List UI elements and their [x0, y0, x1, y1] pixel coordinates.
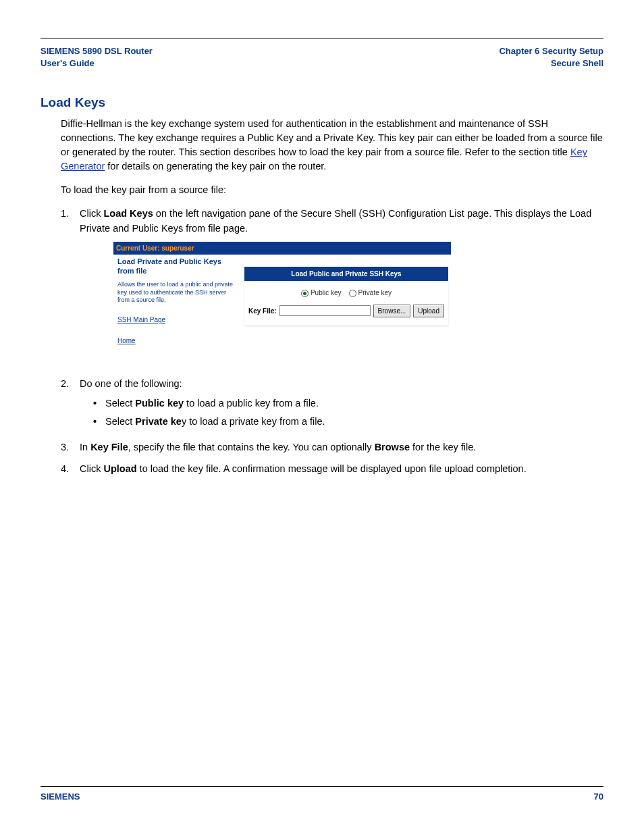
key-file-row: Key File: Browse... Upload	[248, 305, 444, 317]
text: , specify the file that contains the key…	[128, 442, 375, 452]
page-number: 70	[594, 791, 603, 802]
footer-brand: SIEMENS	[41, 791, 80, 802]
browse-button[interactable]: Browse...	[373, 305, 411, 317]
bullet-icon: •	[93, 414, 105, 429]
intro-text-b: for details on generating the key pair o…	[105, 161, 326, 172]
step-3: 3. In Key File, specify the file that co…	[61, 440, 603, 455]
step-number: 3.	[61, 440, 80, 455]
public-key-radio[interactable]	[301, 290, 308, 297]
step-4: 4. Click Upload to load the key file. A …	[61, 462, 603, 477]
doc-subtitle: User's Guide	[41, 57, 153, 70]
step-body: Do one of the following: • Select Public…	[80, 377, 603, 434]
bold-text: Upload	[103, 463, 136, 474]
bullet-item: • Select Public key to load a public key…	[93, 396, 603, 411]
header-left: SIEMENS 5890 DSL Router User's Guide	[41, 45, 153, 70]
bold-text: Load Keys	[103, 208, 153, 219]
private-key-radio[interactable]	[349, 290, 356, 297]
step-body: Click Upload to load the key file. A con…	[80, 462, 603, 477]
ssh-main-page-link[interactable]: SSH Main Page	[117, 315, 238, 325]
embedded-screenshot: Current User: superuser Load Private and…	[113, 242, 451, 361]
text: Click	[80, 463, 103, 474]
panel-heading: Load Public and Private SSH Keys	[244, 267, 448, 281]
home-link[interactable]: Home	[117, 336, 238, 346]
footer-rule	[41, 786, 603, 787]
text: y to load a private key from a file.	[182, 416, 325, 427]
chapter-title: Chapter 6 Security Setup	[499, 45, 603, 57]
step-number: 2.	[61, 377, 80, 434]
text: for the key file.	[410, 442, 476, 452]
panel-body: Public key Private key Key File: Browse.…	[244, 281, 448, 325]
upload-button[interactable]: Upload	[413, 305, 444, 317]
doc-title: SIEMENS 5890 DSL Router	[41, 45, 153, 57]
text: Do one of the following:	[80, 378, 182, 389]
intro-lead-in: To load the key pair from a source file:	[61, 183, 603, 197]
step-1: 1. Click Load Keys on the left navigatio…	[61, 207, 603, 370]
step-number: 1.	[61, 207, 80, 370]
step-body: Click Load Keys on the left navigation p…	[80, 207, 603, 370]
intro-text-a: Diffie-Hellman is the key exchange syste…	[61, 118, 603, 157]
sidebar-description: Allows the user to load a public and pri…	[117, 281, 238, 304]
step-body: In Key File, specify the file that conta…	[80, 440, 603, 455]
screenshot-sidebar: Load Private and Public Keys from file A…	[113, 255, 242, 361]
bullet-text: Select Public key to load a public key f…	[105, 396, 319, 411]
bold-text: Private ke	[135, 416, 182, 427]
text: to load a public key from a file.	[184, 398, 319, 409]
page-header: SIEMENS 5890 DSL Router User's Guide Cha…	[41, 45, 603, 70]
bullet-icon: •	[93, 396, 105, 411]
radio-row: Public key Private key	[248, 288, 444, 298]
ordered-steps: 1. Click Load Keys on the left navigatio…	[61, 207, 603, 476]
step-number: 4.	[61, 462, 80, 477]
text: to load the key file. A confirmation mes…	[137, 463, 527, 474]
bullet-list: • Select Public key to load a public key…	[93, 396, 603, 429]
current-user-bar: Current User: superuser	[113, 242, 451, 255]
header-rule	[41, 38, 603, 38]
section-heading: Load Keys	[41, 95, 603, 110]
key-file-input[interactable]	[279, 305, 371, 316]
public-key-label: Public key	[311, 289, 342, 296]
step-2: 2. Do one of the following: • Select Pub…	[61, 377, 603, 434]
screenshot-body: Load Private and Public Keys from file A…	[113, 255, 451, 361]
text: Select	[105, 398, 135, 409]
bold-text: Browse	[375, 442, 410, 452]
text: Click	[80, 208, 103, 219]
private-key-label: Private key	[358, 289, 392, 296]
key-file-label: Key File:	[248, 306, 277, 316]
bold-text: Public key	[135, 398, 184, 409]
text: on the left navigation pane of the Secur…	[80, 208, 591, 234]
text: In	[80, 442, 90, 452]
text: Select	[105, 416, 135, 427]
bullet-item: • Select Private key to load a private k…	[93, 414, 603, 429]
screenshot-main: Load Public and Private SSH Keys Public …	[242, 255, 451, 361]
intro-paragraph: Diffie-Hellman is the key exchange syste…	[61, 117, 603, 174]
document-page: SIEMENS 5890 DSL Router User's Guide Cha…	[0, 0, 644, 834]
page-footer: SIEMENS 70	[41, 791, 603, 802]
bold-text: Key File	[90, 442, 128, 452]
sidebar-title: Load Private and Public Keys from file	[117, 257, 238, 276]
chapter-subtitle: Secure Shell	[499, 57, 603, 70]
header-right: Chapter 6 Security Setup Secure Shell	[499, 45, 603, 70]
bullet-text: Select Private key to load a private key…	[105, 414, 325, 429]
